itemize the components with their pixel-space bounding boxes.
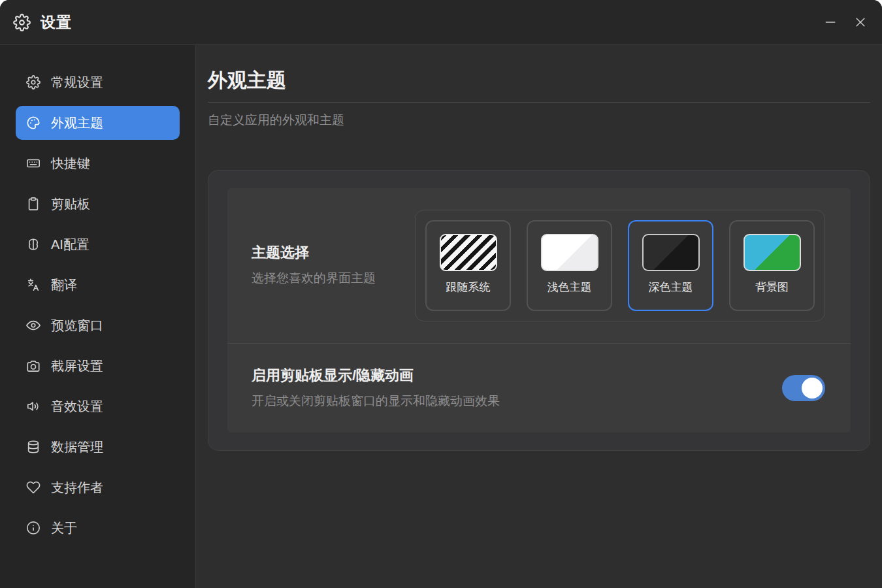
theme-option-image[interactable]: 背景图 [729,220,815,311]
animation-toggle[interactable] [782,375,825,401]
title-divider [208,102,870,103]
gear-icon [13,14,31,31]
sidebar-item-label: 截屏设置 [51,357,103,375]
appearance-card: 主题选择 选择您喜欢的界面主题 跟随系统浅色主题深色主题背景图 启用剪贴板显示/… [208,170,870,451]
sidebar-item-label: AI配置 [51,236,90,253]
page-subtitle: 自定义应用的外观和主题 [208,112,870,129]
clipboard-icon [26,197,41,211]
gear-icon [26,75,41,90]
theme-option-label: 背景图 [755,280,789,295]
dark-theme-swatch [642,234,700,271]
sidebar-item-gear[interactable]: 常规设置 [16,65,180,99]
sidebar-item-label: 关于 [51,519,77,537]
clipboard-animation-text: 启用剪贴板显示/隐藏动画 开启或关闭剪贴板窗口的显示和隐藏动画效果 [252,366,500,411]
window-title: 设置 [41,12,72,33]
sidebar: 常规设置外观主题快捷键剪贴板AI配置翻译预览窗口截屏设置音效设置数据管理支持作者… [0,45,196,588]
toggle-knob [802,378,823,399]
theme-option-label: 浅色主题 [547,280,592,295]
sidebar-item-palette[interactable]: 外观主题 [16,106,180,140]
sidebar-item-eye[interactable]: 预览窗口 [16,308,180,342]
sidebar-item-label: 支持作者 [51,479,103,497]
clipboard-animation-description: 开启或关闭剪贴板窗口的显示和隐藏动画效果 [252,392,500,411]
image-theme-swatch [743,234,801,271]
titlebar: 设置 [0,0,882,45]
sidebar-item-keyboard[interactable]: 快捷键 [16,146,180,180]
settings-window: 设置 常规设置外观主题快捷键剪贴板AI配置翻译预览窗口截屏设置音效设置数据管理支… [0,0,882,588]
clipboard-animation-label: 启用剪贴板显示/隐藏动画 [252,366,500,385]
sidebar-item-label: 剪贴板 [51,195,90,213]
theme-option-dark[interactable]: 深色主题 [628,220,713,311]
theme-selection-label: 主题选择 [252,243,376,263]
sidebar-item-clipboard[interactable]: 剪贴板 [16,187,180,221]
theme-selection-text: 主题选择 选择您喜欢的界面主题 [252,243,376,288]
sidebar-item-label: 翻译 [51,276,77,294]
heart-icon [26,480,41,495]
database-icon [26,440,41,454]
page-title: 外观主题 [208,67,870,93]
settings-panel: 主题选择 选择您喜欢的界面主题 跟随系统浅色主题深色主题背景图 启用剪贴板显示/… [227,188,851,433]
close-button[interactable] [845,8,875,37]
theme-option-label: 跟随系统 [446,280,491,295]
theme-options: 跟随系统浅色主题深色主题背景图 [415,210,825,321]
window-controls [815,8,875,37]
brain-icon [26,237,41,252]
sidebar-item-brain[interactable]: AI配置 [16,227,180,261]
speaker-icon [26,399,41,414]
minimize-button[interactable] [815,8,845,37]
theme-selection-row: 主题选择 选择您喜欢的界面主题 跟随系统浅色主题深色主题背景图 [227,188,851,343]
eye-icon [26,318,41,333]
palette-icon [26,116,41,130]
sidebar-item-label: 音效设置 [51,398,103,416]
keyboard-icon [26,156,41,171]
system-theme-swatch [440,234,497,271]
sidebar-item-database[interactable]: 数据管理 [16,430,180,464]
app-body: 常规设置外观主题快捷键剪贴板AI配置翻译预览窗口截屏设置音效设置数据管理支持作者… [0,45,882,588]
clipboard-animation-row: 启用剪贴板显示/隐藏动画 开启或关闭剪贴板窗口的显示和隐藏动画效果 [227,344,851,433]
theme-selection-description: 选择您喜欢的界面主题 [252,269,376,288]
sidebar-item-heart[interactable]: 支持作者 [16,470,180,504]
theme-option-light[interactable]: 浅色主题 [527,220,612,311]
sidebar-item-label: 数据管理 [51,438,103,456]
sidebar-item-translate[interactable]: 翻译 [16,268,180,302]
info-icon [26,521,41,535]
sidebar-item-label: 外观主题 [51,114,103,132]
translate-icon [26,278,41,292]
theme-option-system[interactable]: 跟随系统 [425,220,511,311]
minimize-icon [824,16,837,29]
sidebar-item-label: 快捷键 [51,155,90,172]
close-icon [854,16,867,29]
main-content: 外观主题 自定义应用的外观和主题 主题选择 选择您喜欢的界面主题 跟随系统浅色主… [196,45,882,588]
sidebar-item-info[interactable]: 关于 [16,511,180,545]
sidebar-item-label: 常规设置 [51,74,103,91]
light-theme-swatch [541,234,598,271]
sidebar-item-camera[interactable]: 截屏设置 [16,349,180,383]
sidebar-item-label: 预览窗口 [51,317,103,335]
camera-icon [26,359,41,373]
theme-option-label: 深色主题 [649,280,693,295]
sidebar-item-speaker[interactable]: 音效设置 [16,389,180,423]
